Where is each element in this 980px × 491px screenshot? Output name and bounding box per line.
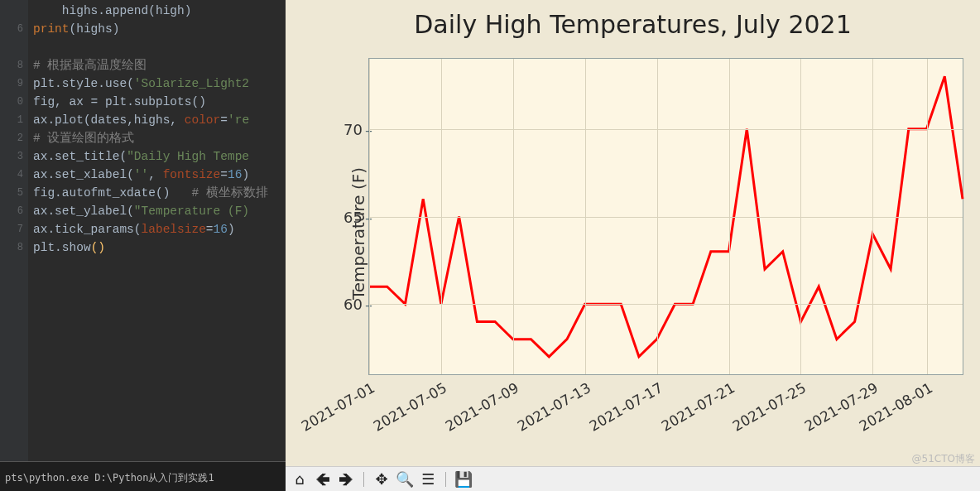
line-number: 5 (0, 184, 23, 202)
x-tick-label: 2021-07-01 (298, 379, 377, 435)
toolbar-separator (363, 472, 364, 487)
matplotlib-toolbar: ⌂🡸🡺✥🔍☰💾 (286, 466, 980, 491)
y-tick-label: 70 (329, 120, 363, 137)
line-number: 6 (0, 20, 23, 38)
x-tick-label: 2021-07-17 (586, 379, 665, 435)
zoom-icon[interactable]: 🔍 (396, 470, 414, 488)
line-number: 8 (0, 238, 23, 257)
code-line[interactable]: # 根据最高温度绘图 (33, 56, 286, 75)
code-line[interactable]: highs.append(high) (33, 2, 286, 20)
x-tick-label: 2021-07-13 (514, 379, 593, 435)
configure-icon[interactable]: ☰ (419, 470, 437, 488)
code-line[interactable]: # 设置绘图的格式 (33, 129, 286, 147)
line-number: 4 (0, 166, 23, 184)
code-line[interactable]: fig.autofmt_xdate() # 横坐标数排 (33, 184, 286, 202)
code-line[interactable]: ax.set_title("Daily High Tempe (33, 147, 286, 166)
line-number: 3 (0, 147, 23, 166)
pan-icon[interactable]: ✥ (372, 470, 391, 488)
terminal-line: pts\python.exe D:\Python从入门到实践1 (5, 472, 214, 484)
line-number: 0 (0, 93, 23, 111)
line-number (0, 2, 23, 20)
y-tick-label: 60 (329, 296, 363, 313)
terminal-output[interactable]: pts\python.exe D:\Python从入门到实践1 (0, 461, 286, 491)
x-tick-label: 2021-07-21 (658, 379, 737, 435)
line-number (0, 38, 23, 56)
line-number: 7 (0, 220, 23, 238)
figure-canvas[interactable]: Daily High Temperatures, July 2021 Tempe… (286, 0, 980, 466)
x-tick-label: 2021-07-25 (730, 379, 809, 435)
code-line[interactable]: fig, ax = plt.subplots() (33, 93, 286, 111)
line-number: 2 (0, 129, 23, 147)
line-number: 8 (0, 56, 23, 75)
line-number: 9 (0, 75, 23, 93)
save-icon[interactable]: 💾 (454, 470, 473, 488)
code-line[interactable]: ax.plot(dates,highs, color='re (33, 111, 286, 129)
y-axis-label: Temperature (F) (348, 166, 368, 299)
watermark-text: @51CTO博客 (912, 452, 975, 466)
code-line[interactable]: plt.style.use('Solarize_Light2 (33, 75, 286, 93)
line-number: 1 (0, 111, 23, 129)
code-line[interactable]: ax.set_ylabel("Temperature (F) (33, 202, 286, 220)
x-tick-label: 2021-07-05 (370, 379, 449, 435)
y-tick-label: 65 (329, 208, 363, 225)
code-editor[interactable]: 689012345678 highs.append(high)print(hig… (0, 0, 286, 491)
code-line[interactable]: ax.set_xlabel('', fontsize=16) (33, 166, 286, 184)
code-line[interactable]: ax.tick_params(labelsize=16) (33, 220, 286, 238)
forward-icon[interactable]: 🡺 (337, 470, 355, 488)
code-line[interactable] (33, 38, 286, 56)
toolbar-separator (445, 472, 446, 487)
chart-title: Daily High Temperatures, July 2021 (286, 10, 980, 39)
x-tick-label: 2021-07-09 (442, 379, 521, 435)
home-icon[interactable]: ⌂ (291, 470, 309, 488)
code-line[interactable]: print(highs) (33, 20, 286, 38)
line-number-gutter: 689012345678 (0, 0, 28, 491)
back-icon[interactable]: 🡸 (314, 470, 332, 488)
plot-area[interactable]: 6065702021-07-012021-07-052021-07-092021… (368, 58, 963, 375)
code-content[interactable]: highs.append(high)print(highs)# 根据最高温度绘图… (33, 2, 286, 257)
matplotlib-window: Daily High Temperatures, July 2021 Tempe… (286, 0, 980, 491)
code-line[interactable]: plt.show() (33, 238, 286, 257)
line-number: 6 (0, 202, 23, 220)
